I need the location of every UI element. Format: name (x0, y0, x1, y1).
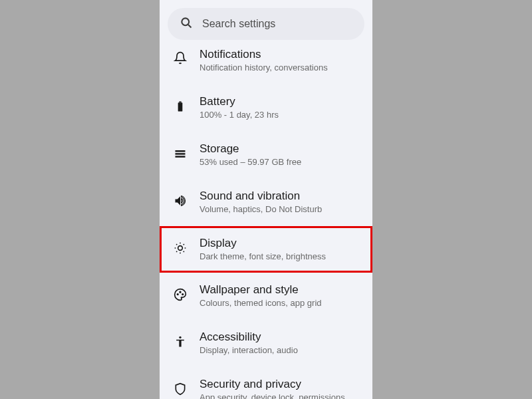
battery-icon (173, 99, 188, 114)
svg-point-9 (180, 292, 181, 293)
item-title: Storage (200, 142, 359, 156)
item-title: Wallpaper and style (200, 283, 359, 297)
item-subtitle: Display, interaction, audio (200, 345, 359, 356)
item-subtitle: App security, device lock, permissions (200, 392, 359, 399)
sound-icon (173, 194, 188, 208)
settings-item-sound[interactable]: Sound and vibration Volume, haptics, Do … (160, 179, 372, 226)
svg-rect-5 (176, 153, 186, 155)
settings-item-wallpaper[interactable]: Wallpaper and style Colours, themed icon… (160, 273, 372, 320)
svg-line-1 (188, 25, 192, 28)
search-bar[interactable]: Search settings (168, 8, 364, 40)
settings-list: Notifications Notification history, conv… (160, 43, 372, 399)
accessibility-icon (173, 334, 188, 349)
storage-icon (173, 146, 188, 161)
settings-item-security[interactable]: Security and privacy App security, devic… (160, 367, 372, 399)
item-subtitle: 100% - 1 day, 23 hrs (200, 110, 359, 121)
svg-rect-2 (178, 102, 183, 111)
settings-item-battery[interactable]: Battery 100% - 1 day, 23 hrs (160, 84, 372, 132)
settings-item-display[interactable]: Display Dark theme, font size, brightnes… (160, 226, 372, 273)
svg-point-11 (179, 336, 181, 338)
item-title: Notifications (200, 48, 359, 61)
palette-icon (173, 287, 188, 302)
item-title: Security and privacy (200, 378, 359, 391)
item-text: Storage 53% used – 59.97 GB free (200, 142, 359, 168)
item-subtitle: Colours, themed icons, app grid (200, 298, 359, 309)
settings-item-accessibility[interactable]: Accessibility Display, interaction, audi… (160, 320, 372, 367)
item-subtitle: Notification history, conversations (200, 63, 359, 74)
shield-icon (173, 382, 188, 396)
item-text: Battery 100% - 1 day, 23 hrs (200, 95, 359, 121)
search-icon (180, 16, 193, 32)
search-placeholder: Search settings (202, 18, 275, 30)
settings-screen: Search settings Notifications Notificati… (160, 0, 372, 399)
notifications-icon (173, 51, 188, 65)
svg-point-0 (182, 18, 189, 25)
svg-point-7 (178, 245, 183, 250)
item-text: Sound and vibration Volume, haptics, Do … (200, 190, 359, 215)
item-text: Accessibility Display, interaction, audi… (200, 331, 359, 356)
svg-rect-6 (176, 156, 186, 158)
item-subtitle: 53% used – 59.97 GB free (200, 157, 359, 168)
item-title: Sound and vibration (200, 190, 359, 203)
settings-item-notifications[interactable]: Notifications Notification history, conv… (160, 43, 372, 84)
display-icon (173, 241, 188, 255)
item-title: Battery (200, 95, 359, 108)
item-subtitle: Volume, haptics, Do Not Disturb (200, 204, 359, 215)
item-text: Security and privacy App security, devic… (200, 378, 359, 399)
svg-point-10 (182, 294, 184, 295)
svg-rect-4 (176, 150, 186, 152)
item-title: Accessibility (200, 331, 359, 344)
item-text: Notifications Notification history, conv… (200, 48, 359, 74)
svg-point-8 (177, 294, 178, 295)
item-text: Wallpaper and style Colours, themed icon… (200, 283, 359, 309)
item-text: Display Dark theme, font size, brightnes… (200, 237, 359, 263)
item-title: Display (200, 237, 359, 250)
item-subtitle: Dark theme, font size, brightness (200, 251, 359, 263)
svg-rect-3 (179, 101, 181, 102)
settings-item-storage[interactable]: Storage 53% used – 59.97 GB free (160, 132, 372, 179)
